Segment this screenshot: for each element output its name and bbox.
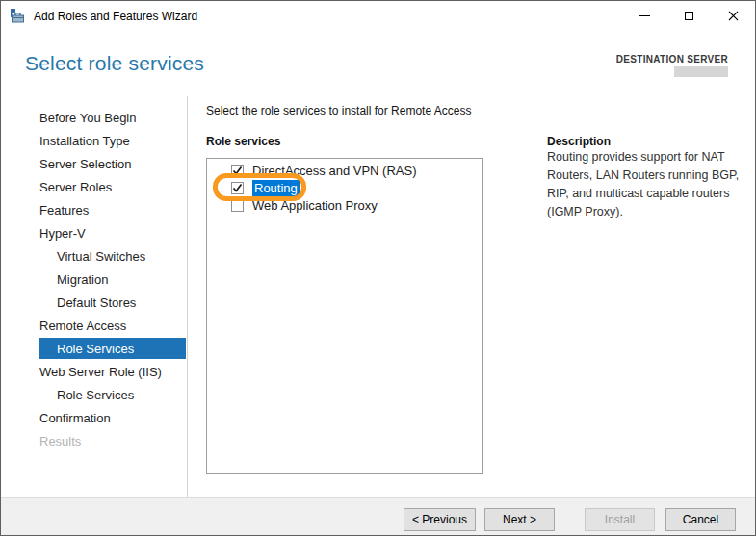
sidebar-item-installation-type[interactable]: Installation Type	[39, 129, 186, 152]
checkbox-checked-icon[interactable]	[231, 165, 244, 177]
sidebar-item-results: Results	[39, 429, 186, 452]
sidebar-item-web-server-role-iis[interactable]: Web Server Role (IIS)	[39, 360, 186, 383]
role-services-label: Role services	[206, 135, 280, 148]
sidebar-item-virtual-switches[interactable]: Virtual Switches	[39, 244, 186, 268]
maximize-button[interactable]	[666, 1, 711, 31]
role-service-label: Web Application Proxy	[252, 198, 378, 213]
sidebar-item-confirmation[interactable]: Confirmation	[39, 406, 186, 429]
install-button: Install	[585, 508, 655, 531]
role-service-item-directaccess-vpn[interactable]: DirectAccess and VPN (RAS)	[207, 162, 482, 179]
role-service-item-routing[interactable]: Routing	[207, 179, 482, 196]
sidebar-item-remote-access[interactable]: Remote Access	[39, 314, 186, 337]
role-services-listbox[interactable]: DirectAccess and VPN (RAS) Routing Web A…	[206, 158, 483, 474]
minimize-icon	[639, 15, 650, 16]
caption-buttons	[622, 1, 755, 31]
close-button[interactable]	[711, 1, 755, 31]
sidebar-item-server-selection[interactable]: Server Selection	[39, 152, 186, 175]
sidebar-item-role-services-iis[interactable]: Role Services	[39, 383, 186, 406]
sidebar-item-migration[interactable]: Migration	[39, 268, 186, 291]
cancel-button[interactable]: Cancel	[665, 508, 736, 531]
role-service-label: DirectAccess and VPN (RAS)	[252, 164, 417, 178]
sidebar-item-features[interactable]: Features	[39, 198, 186, 221]
sidebar-item-default-stores[interactable]: Default Stores	[39, 291, 186, 314]
sidebar-item-server-roles[interactable]: Server Roles	[39, 175, 186, 198]
add-roles-features-wizard-window: Add Roles and Features Wizard Select rol…	[0, 0, 756, 536]
sidebar-item-role-services-remote-access[interactable]: Role Services	[39, 338, 186, 359]
destination-server-value-redacted	[674, 66, 728, 77]
destination-server-label: DESTINATION SERVER	[616, 54, 728, 64]
wizard-toolbox-icon	[10, 8, 26, 24]
page-title: Select role services	[25, 52, 204, 75]
sidebar-item-hyper-v[interactable]: Hyper-V	[39, 221, 186, 244]
minimize-button[interactable]	[622, 1, 666, 31]
description-label: Description	[547, 135, 611, 148]
description-text: Routing provides support for NAT Routers…	[547, 148, 751, 221]
maximize-icon	[685, 12, 693, 20]
role-service-label: Routing	[252, 180, 300, 196]
next-button[interactable]: Next >	[484, 508, 555, 531]
wizard-steps-nav: Before You Begin Installation Type Serve…	[1, 106, 187, 452]
checkbox-unchecked-icon[interactable]	[231, 199, 244, 212]
destination-server-block: DESTINATION SERVER	[616, 54, 728, 77]
instruction-text: Select the role services to install for …	[206, 104, 471, 117]
sidebar-item-before-you-begin[interactable]: Before You Begin	[39, 106, 186, 129]
window-title: Add Roles and Features Wizard	[34, 10, 197, 23]
role-service-item-web-application-proxy[interactable]: Web Application Proxy	[207, 196, 482, 214]
checkbox-checked-icon[interactable]	[231, 182, 244, 194]
title-bar[interactable]: Add Roles and Features Wizard	[1, 1, 755, 31]
close-icon	[728, 11, 739, 21]
previous-button[interactable]: < Previous	[404, 508, 476, 531]
sidebar-separator	[187, 96, 188, 497]
